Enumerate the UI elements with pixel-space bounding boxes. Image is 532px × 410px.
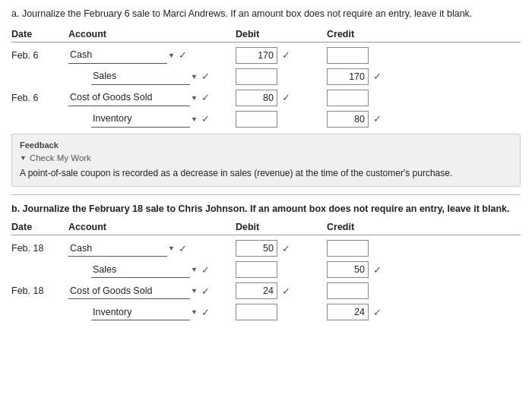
- account-cell: Sales ▼ ✓: [68, 68, 236, 85]
- chevron-down-icon: ▼: [191, 73, 198, 80]
- account-select[interactable]: Inventory: [91, 304, 190, 320]
- check-icon: ✓: [201, 92, 210, 103]
- credit-value: [327, 240, 369, 257]
- account-select[interactable]: Cash: [68, 47, 167, 64]
- check-icon: ✓: [201, 71, 210, 82]
- check-icon: ✓: [282, 285, 290, 297]
- check-my-work-button[interactable]: ▼ Check My Work: [20, 153, 512, 162]
- chevron-down-icon: ▼: [191, 308, 198, 316]
- check-icon: ✓: [282, 243, 290, 254]
- account-cell: Cost of Goods Sold ▼ ✓: [68, 282, 236, 299]
- credit-value: 170: [327, 68, 369, 85]
- instruction-b: b. Journalize the February 18 sale to Ch…: [11, 203, 521, 216]
- feedback-box: Feedback ▼ Check My Work A point-of-sale…: [11, 134, 521, 187]
- section-divider: [11, 194, 521, 195]
- date-cell: Feb. 6: [11, 50, 68, 61]
- debit-cell: [236, 261, 327, 278]
- check-icon: ✓: [201, 113, 210, 125]
- feedback-text: A point-of-sale coupon is recorded as a …: [20, 166, 512, 180]
- debit-value: 80: [236, 90, 277, 106]
- header-credit: Credit: [327, 222, 403, 232]
- chevron-down-icon: ▼: [168, 244, 175, 252]
- debit-cell: [236, 304, 327, 320]
- debit-value: 24: [236, 282, 277, 299]
- check-icon: ✓: [373, 264, 382, 276]
- check-icon: ✓: [201, 285, 210, 297]
- debit-cell: 50 ✓: [236, 240, 327, 257]
- credit-cell: 50 ✓: [327, 261, 403, 278]
- table-row: Inventory ▼ ✓ 80 ✓: [11, 111, 521, 128]
- account-select[interactable]: Sales: [91, 261, 190, 278]
- credit-value: 50: [327, 261, 369, 278]
- check-icon: ✓: [179, 243, 187, 254]
- account-select[interactable]: Cost of Goods Sold: [68, 282, 190, 299]
- chevron-down-icon: ▼: [191, 115, 198, 123]
- date-cell: Feb. 18: [11, 285, 68, 296]
- account-cell: Cash ▼ ✓: [68, 47, 236, 64]
- header-debit: Debit: [236, 29, 327, 39]
- table-row: Feb. 6 Cash ▼ ✓ 170 ✓: [11, 47, 521, 64]
- header-date: Date: [11, 222, 68, 232]
- table-row: Sales ▼ ✓ 50 ✓: [11, 261, 521, 278]
- account-cell: Cash ▼ ✓: [68, 240, 236, 257]
- account-select[interactable]: Cash: [68, 240, 167, 257]
- debit-cell: [236, 111, 327, 128]
- account-cell: Sales ▼ ✓: [68, 261, 236, 278]
- credit-cell: [327, 282, 403, 299]
- header-date: Date: [11, 29, 68, 39]
- check-icon: ✓: [282, 49, 290, 61]
- debit-value: [236, 68, 277, 85]
- chevron-down-icon: ▼: [191, 94, 198, 102]
- check-icon: ✓: [282, 92, 290, 103]
- debit-value: [236, 111, 277, 128]
- credit-value: 24: [327, 304, 369, 320]
- account-select[interactable]: Cost of Goods Sold: [68, 90, 190, 106]
- section-b: b. Journalize the February 18 sale to Ch…: [11, 203, 521, 321]
- check-icon: ✓: [201, 264, 210, 276]
- credit-value: [327, 282, 369, 299]
- header-account: Account: [68, 29, 236, 39]
- debit-cell: 170 ✓: [236, 47, 327, 64]
- account-cell: Cost of Goods Sold ▼ ✓: [68, 90, 236, 106]
- credit-cell: 24 ✓: [327, 304, 403, 320]
- credit-cell: [327, 47, 403, 64]
- check-icon: ✓: [373, 71, 382, 82]
- table-row: Feb. 18 Cost of Goods Sold ▼ ✓ 24 ✓: [11, 282, 521, 299]
- table-row: Sales ▼ ✓ 170 ✓: [11, 68, 521, 85]
- header-account: Account: [68, 222, 236, 232]
- check-icon: ✓: [373, 307, 382, 318]
- debit-value: [236, 261, 277, 278]
- debit-value: [236, 304, 277, 320]
- credit-cell: 170 ✓: [327, 68, 403, 85]
- account-select[interactable]: Sales: [91, 68, 190, 85]
- debit-cell: [236, 68, 327, 85]
- table-row: Inventory ▼ ✓ 24 ✓: [11, 304, 521, 320]
- chevron-down-icon: ▼: [191, 287, 198, 295]
- credit-cell: 80 ✓: [327, 111, 403, 128]
- check-icon: ✓: [373, 113, 382, 125]
- check-my-work-label: Check My Work: [30, 153, 91, 162]
- date-cell: Feb. 18: [11, 243, 68, 254]
- triangle-icon: ▼: [20, 154, 27, 162]
- account-cell: Inventory ▼ ✓: [68, 304, 236, 320]
- table-header-a: Date Account Debit Credit: [11, 29, 521, 43]
- feedback-label: Feedback: [20, 140, 512, 150]
- header-credit: Credit: [327, 29, 403, 39]
- debit-value: 170: [236, 47, 277, 64]
- credit-cell: [327, 240, 403, 257]
- table-row: Feb. 18 Cash ▼ ✓ 50 ✓: [11, 240, 521, 257]
- header-debit: Debit: [236, 222, 327, 232]
- credit-cell: [327, 90, 403, 106]
- credit-value: [327, 90, 369, 106]
- instruction-a: a. Journalize the February 6 sale to Mar…: [11, 8, 521, 21]
- account-select[interactable]: Inventory: [91, 111, 190, 128]
- check-icon: ✓: [179, 49, 187, 61]
- chevron-down-icon: ▼: [191, 266, 198, 273]
- credit-value: 80: [327, 111, 369, 128]
- table-row: Feb. 6 Cost of Goods Sold ▼ ✓ 80 ✓: [11, 90, 521, 106]
- section-a: a. Journalize the February 6 sale to Mar…: [11, 8, 521, 128]
- account-cell: Inventory ▼ ✓: [68, 111, 236, 128]
- table-header-b: Date Account Debit Credit: [11, 222, 521, 235]
- debit-cell: 80 ✓: [236, 90, 327, 106]
- credit-value: [327, 47, 369, 64]
